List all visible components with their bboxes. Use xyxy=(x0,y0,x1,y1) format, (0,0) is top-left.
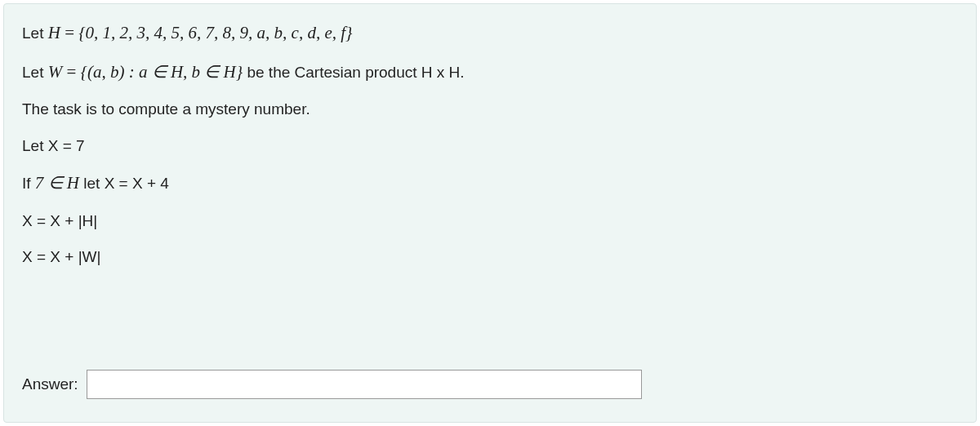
eq-sign: = xyxy=(62,62,80,82)
cond-expr: 7 ∈ H xyxy=(35,173,79,193)
answer-input[interactable] xyxy=(87,370,642,399)
eq-sign: = xyxy=(60,23,78,42)
let-x-text: Let X = 7 xyxy=(22,137,85,154)
if-suffix: let X = X + 4 xyxy=(79,175,169,192)
line-add-H: X = X + |H| xyxy=(22,210,958,233)
set-W: {(a, b) : a ∈ H, b ∈ H} xyxy=(81,62,243,82)
task-text: The task is to compute a mystery number. xyxy=(22,100,310,118)
line-define-W: Let W = {(a, b) : a ∈ H, b ∈ H} be the C… xyxy=(22,60,958,86)
expr-add-H: X = X + |H| xyxy=(22,212,97,229)
line-if-cond: If 7 ∈ H let X = X + 4 xyxy=(22,171,958,197)
text-let: Let xyxy=(22,64,48,81)
var-W: W xyxy=(48,62,63,82)
problem-container: Let H = {0, 1, 2, 3, 4, 5, 6, 7, 8, 9, a… xyxy=(3,3,977,423)
line-let-x: Let X = 7 xyxy=(22,135,958,158)
line-define-H: Let H = {0, 1, 2, 3, 4, 5, 6, 7, 8, 9, a… xyxy=(22,20,958,47)
line-task: The task is to compute a mystery number. xyxy=(22,98,958,122)
answer-row: Answer: xyxy=(22,370,958,399)
text-cartesian: be the Cartesian product H x H. xyxy=(243,64,464,81)
expr-add-W: X = X + |W| xyxy=(22,248,100,265)
if-text: If xyxy=(22,175,35,192)
var-H: H xyxy=(48,23,60,42)
set-H: {0, 1, 2, 3, 4, 5, 6, 7, 8, 9, a, b, c, … xyxy=(78,23,352,42)
line-add-W: X = X + |W| xyxy=(22,246,958,269)
text-let: Let xyxy=(22,24,48,42)
answer-label: Answer: xyxy=(22,375,78,393)
